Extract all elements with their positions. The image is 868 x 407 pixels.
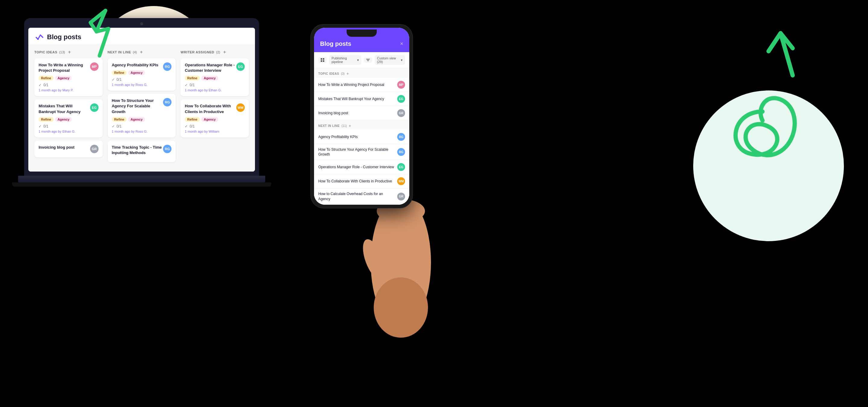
tag-agency: Agency — [128, 117, 145, 122]
laptop-camera-bar — [28, 22, 255, 25]
col-title: WRITER ASSIGNED — [181, 50, 214, 54]
kanban-card[interactable]: How To Structure Your Agency For Scalabl… — [107, 94, 176, 137]
card-avatar: MP — [90, 62, 98, 71]
phone-list-item[interactable]: How To Collaborate With Clients in Produ… — [314, 174, 409, 188]
phone-section-count: (3) — [341, 72, 344, 75]
svg-point-9 — [374, 277, 428, 338]
card-row: Invoicing blog post GR — [38, 145, 98, 153]
phone-close-icon[interactable]: × — [400, 41, 403, 47]
phone-item-text: How To Collaborate With Clients in Produ… — [318, 179, 397, 184]
col-count: (2) — [216, 50, 220, 54]
phone-section-title: TOPIC IDEAS — [318, 72, 339, 75]
phone-toolbar: Publishing pipeline ▾ Custom view (29) ▾ — [314, 52, 409, 68]
phone-item-avatar: EG — [397, 95, 405, 103]
phone-section-header-topic-ideas: TOPIC IDEAS (3) + — [314, 68, 409, 78]
card-avatar: EG — [90, 103, 98, 112]
phone-item-text: Invoicing blog post — [318, 111, 397, 116]
col-add-btn[interactable]: + — [140, 50, 143, 55]
laptop-base — [18, 176, 265, 182]
kanban-card[interactable]: Operations Manager Role - Customer Inter… — [181, 58, 249, 96]
card-row: Mistakes That Will Bankrupt Your Agency … — [38, 103, 98, 133]
card-check-count: 0/1 — [190, 83, 195, 87]
phone-section-add-btn[interactable]: + — [346, 71, 349, 76]
card-time: 1 month ago by William — [185, 130, 236, 133]
deco-arrow-right — [714, 21, 811, 233]
card-time: 1 month ago by Ethan G. — [38, 130, 90, 133]
phone-item-text: Operations Manager Role - Customer Inter… — [318, 165, 397, 169]
phone-list-item[interactable]: How To Structure Your Agency For Scalabl… — [314, 144, 409, 160]
col-title: TOPIC IDEAS — [34, 50, 57, 54]
svg-rect-2 — [323, 58, 324, 60]
card-row: Time Tracking Topic - Time Inputting Met… — [112, 145, 172, 158]
phone-item-avatar: RG — [397, 133, 405, 141]
phone-item-avatar: GR — [397, 193, 405, 200]
col-count: (13) — [59, 50, 65, 54]
phone-list-item[interactable]: Agency Profitability KPIs RG — [314, 130, 409, 144]
phone-list-item[interactable]: How To Write a Winning Project Proposal … — [314, 78, 409, 92]
laptop-foot — [12, 182, 271, 187]
kanban-card[interactable]: How To Collaborate With Clients in Produ… — [181, 99, 249, 137]
phone-item-text: How to Calculate Overhead Costs for an A… — [318, 191, 397, 201]
card-check-count: 0/1 — [43, 124, 49, 128]
card-meta: ✓ 0/1 — [185, 124, 236, 128]
kanban-card[interactable]: Agency Profitability KPIs RefineAgency ✓… — [107, 58, 176, 91]
card-tags: RefineAgency — [185, 76, 236, 81]
phone-grid-view-btn[interactable] — [318, 57, 327, 63]
svg-rect-1 — [321, 58, 322, 60]
phone-pipeline-btn[interactable]: Publishing pipeline ▾ — [329, 55, 361, 65]
col-count: (4) — [133, 50, 137, 54]
tag-refine: Refine — [38, 117, 54, 122]
kanban-card[interactable]: Mistakes That Will Bankrupt Your Agency … — [34, 99, 103, 137]
laptop-screen: Blog posts TOPIC IDEAS (13) + How To Wri… — [28, 28, 255, 171]
card-meta: ✓ 0/1 — [112, 124, 163, 128]
card-check-count: 0/1 — [43, 83, 49, 87]
card-row: How To Write a Winning Project Proposal … — [38, 62, 98, 92]
card-tags: RefineAgency — [185, 117, 236, 122]
col-header-writer-assigned: WRITER ASSIGNED (2) + — [181, 50, 249, 55]
card-tags: RefineAgency — [112, 117, 163, 122]
card-title: How To Write a Winning Project Proposal — [38, 62, 90, 73]
card-row: Agency Profitability KPIs RefineAgency ✓… — [112, 62, 172, 87]
card-title: Agency Profitability KPIs — [112, 62, 163, 68]
card-time: 1 month ago by Mary P. — [38, 88, 90, 92]
phone-item-text: Agency Profitability KPIs — [318, 134, 397, 139]
card-avatar: RG — [163, 62, 172, 71]
app-header: Blog posts — [28, 28, 255, 45]
kanban-card[interactable]: Invoicing blog post GR — [34, 140, 103, 157]
phone-device: Blog posts × Publishing pipeline ▾ — [310, 24, 413, 208]
phone-list-item[interactable]: Operations Manager Role - Customer Inter… — [314, 160, 409, 174]
col-add-btn[interactable]: + — [223, 50, 226, 55]
tag-refine: Refine — [185, 117, 200, 122]
card-meta: ✓ 0/1 — [185, 83, 236, 87]
app-logo-icon — [36, 33, 44, 41]
svg-rect-4 — [323, 60, 324, 62]
phone-item-avatar: MP — [397, 81, 405, 89]
card-time: 1 month ago by Ross G. — [112, 83, 163, 87]
phone-section-header-next-in-line: NEXT IN LINE (11) + — [314, 120, 409, 130]
phone-app-title: Blog posts — [320, 40, 351, 47]
kanban-card[interactable]: Time Tracking Topic - Time Inputting Met… — [107, 140, 176, 162]
svg-rect-3 — [321, 60, 322, 62]
card-check-count: 0/1 — [117, 124, 122, 128]
card-check-icon: ✓ — [38, 124, 41, 128]
tag-agency: Agency — [128, 70, 145, 75]
tag-agency: Agency — [55, 76, 72, 81]
card-avatar: WM — [236, 103, 245, 112]
kanban-card[interactable]: How To Write a Winning Project Proposal … — [34, 58, 103, 96]
phone-list-item[interactable]: Invoicing blog post GR — [314, 106, 409, 120]
laptop-screen-outer: Blog posts TOPIC IDEAS (13) + How To Wri… — [24, 18, 259, 176]
card-time: 1 month ago by Ethan G. — [185, 88, 236, 92]
phone-list-item[interactable]: Mistakes That Will Bankrupt Your Agency … — [314, 92, 409, 106]
tag-agency: Agency — [55, 117, 72, 122]
phone-filter-icon[interactable] — [364, 57, 372, 63]
phone-section-add-btn[interactable]: + — [349, 123, 351, 128]
phone-custom-view-btn[interactable]: Custom view (29) ▾ — [375, 55, 405, 65]
tag-agency: Agency — [201, 117, 218, 122]
card-tags: RefineAgency — [38, 117, 90, 122]
phone-item-avatar: WM — [397, 177, 405, 185]
col-add-btn[interactable]: + — [68, 50, 71, 55]
card-title: Time Tracking Topic - Time Inputting Met… — [112, 145, 163, 156]
phone-notch — [347, 30, 377, 37]
phone-list-item[interactable]: How to Calculate Overhead Costs for an A… — [314, 188, 409, 205]
phone-item-text: How To Structure Your Agency For Scalabl… — [318, 147, 397, 157]
